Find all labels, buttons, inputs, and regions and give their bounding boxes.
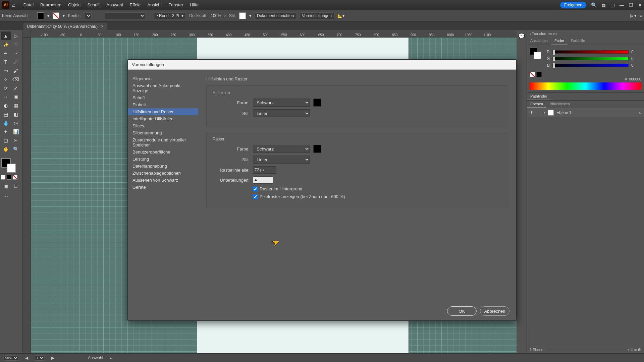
slice-tool[interactable]: ✂: [11, 136, 21, 145]
share-button[interactable]: Freigeben: [560, 2, 586, 8]
ruler-origin[interactable]: [23, 30, 31, 38]
rectangle-tool[interactable]: ▭: [1, 66, 11, 75]
cat-general[interactable]: Allgemein: [128, 75, 198, 82]
status-more-icon[interactable]: ▸: [110, 356, 112, 360]
cat-plugins[interactable]: Zusatzmodule und virtueller Speicher: [128, 136, 198, 148]
menu-effect[interactable]: Effekt: [129, 2, 141, 7]
style-swatch[interactable]: [239, 12, 246, 19]
new-layer-icon[interactable]: ⊞: [634, 348, 637, 352]
comment-icon[interactable]: 💬: [518, 33, 525, 39]
workspace-icon[interactable]: ▦: [601, 2, 606, 8]
window-close-icon[interactable]: ✕: [638, 2, 642, 8]
home-icon[interactable]: ⌂: [12, 2, 15, 8]
target-icon[interactable]: ○: [639, 110, 641, 115]
collapse-icon[interactable]: ≡: [640, 13, 642, 18]
r-value[interactable]: 0: [631, 50, 641, 54]
tab-align[interactable]: Ausrichten: [527, 37, 551, 45]
width-tool[interactable]: ↔: [1, 93, 11, 101]
cat-filehandling[interactable]: Dateihandhabung: [128, 163, 198, 170]
cat-black[interactable]: Aussehen von Schwarz: [128, 177, 198, 184]
mesh-tool[interactable]: ▤: [1, 110, 11, 119]
fill-stroke-indicator[interactable]: [1, 158, 21, 174]
align-icon[interactable]: 📐▾: [337, 13, 344, 18]
g-value[interactable]: 0: [631, 56, 641, 61]
menu-type[interactable]: Schrift: [88, 2, 100, 7]
stroke-box[interactable]: [7, 164, 16, 173]
grid-behind-checkbox[interactable]: Raster im Hintergrund: [253, 186, 302, 191]
cat-hyphenation[interactable]: Silbentrennung: [128, 129, 198, 136]
cat-type[interactable]: Schrift: [128, 94, 198, 101]
fill-swatch[interactable]: [37, 12, 44, 19]
cat-guides-grid[interactable]: Hilfslinien und Raster: [128, 108, 198, 115]
eyedropper-tool[interactable]: 💧: [1, 119, 11, 127]
screen-mode-full-icon[interactable]: □: [11, 182, 21, 190]
none-color-icon[interactable]: [530, 72, 535, 77]
window-restore-icon[interactable]: ❐: [629, 2, 633, 8]
selection-tool[interactable]: ▲: [1, 32, 11, 40]
menu-select[interactable]: Auswahl: [106, 2, 123, 7]
vertical-ruler[interactable]: [23, 38, 31, 353]
zoom-tool[interactable]: 🔍: [11, 145, 21, 154]
cancel-button[interactable]: Abbrechen: [480, 306, 509, 316]
scale-tool[interactable]: ⤢: [11, 84, 21, 93]
cat-slices[interactable]: Slices: [128, 122, 198, 129]
document-setup-button[interactable]: Dokument einrichten: [255, 12, 296, 19]
artboard-tool[interactable]: ▢: [1, 136, 11, 145]
menu-view[interactable]: Ansicht: [148, 2, 162, 7]
tab-libraries[interactable]: Bibliotheken: [546, 101, 573, 108]
pixel-grid-checkbox[interactable]: Pixelraster anzeigen (bei Zoom über 600 …: [253, 194, 345, 199]
b-value[interactable]: 0: [631, 63, 641, 68]
edit-toolbar-icon[interactable]: ⋯: [1, 192, 11, 201]
grid-color-select[interactable]: Schwarz: [253, 145, 310, 153]
panel-toggle-icon[interactable]: |≡ ▾: [630, 13, 636, 18]
lasso-tool[interactable]: ➰: [11, 40, 21, 49]
symbol-tool[interactable]: ✦: [1, 127, 11, 136]
gradient-mode-icon[interactable]: [7, 175, 11, 180]
hex-value[interactable]: 000000: [629, 77, 641, 81]
guides-color-select[interactable]: Schwarz: [253, 99, 310, 107]
nav-next-icon[interactable]: ▶: [51, 356, 54, 360]
opacity-more-icon[interactable]: ›: [224, 13, 226, 18]
preferences-button[interactable]: Voreinstellungen: [300, 12, 334, 19]
cat-devices[interactable]: Geräte: [128, 184, 198, 191]
color-mode-icon[interactable]: [1, 175, 5, 180]
layer-name[interactable]: Ebene 1: [556, 110, 572, 115]
rotate-tool[interactable]: ⟳: [1, 84, 11, 93]
direct-selection-tool[interactable]: ▷: [11, 32, 21, 40]
stroke-weight-select[interactable]: [84, 12, 92, 19]
window-minimize-icon[interactable]: —: [620, 2, 624, 8]
delete-layer-icon[interactable]: 🗑: [638, 348, 641, 352]
cat-clipboard[interactable]: Zwischenablageoptionen: [128, 170, 198, 177]
screen-mode-normal-icon[interactable]: ▣: [1, 182, 11, 190]
fill-dropdown-icon[interactable]: ▾: [47, 13, 49, 18]
menu-file[interactable]: Datei: [23, 2, 34, 7]
tab-layers[interactable]: Ebenen: [527, 101, 546, 108]
graph-tool[interactable]: 📊: [11, 127, 21, 136]
grid-style-select[interactable]: Linien: [253, 156, 310, 164]
document-tab[interactable]: Unbenannt-1* @ 50 % (RGB/Vorschau) ×: [23, 23, 107, 30]
opacity-value[interactable]: 100%: [211, 13, 221, 18]
menu-object[interactable]: Objekt: [68, 2, 81, 7]
locate-layer-icon[interactable]: ⌖: [628, 348, 630, 352]
curvature-tool[interactable]: 〰: [11, 49, 21, 58]
stroke-profile-select[interactable]: • Rund - 3 Pt. ▾: [154, 12, 186, 19]
layer-row[interactable]: 👁 › Ebene 1 ○: [527, 108, 644, 117]
paintbrush-tool[interactable]: 🖌: [11, 66, 21, 75]
tab-pathfinder[interactable]: Pathfinder: [527, 93, 550, 100]
artboard-nav-select[interactable]: 1: [35, 355, 45, 361]
color-fillstroke-icon[interactable]: [530, 48, 542, 60]
b-slider[interactable]: [552, 64, 629, 67]
cat-performance[interactable]: Leistung: [128, 156, 198, 163]
perspective-tool[interactable]: ▦: [11, 101, 21, 110]
guides-color-swatch[interactable]: [313, 99, 321, 107]
nav-prev-icon[interactable]: ◀: [25, 356, 28, 360]
pen-tool[interactable]: ✒: [1, 49, 11, 58]
search-icon[interactable]: 🔍: [591, 2, 597, 8]
arrange-icon[interactable]: ▢: [610, 2, 615, 8]
cat-smart-guides[interactable]: Intelligente Hilfslinien: [128, 115, 198, 122]
guides-style-select[interactable]: Linien: [253, 109, 310, 117]
none-mode-icon[interactable]: [13, 175, 17, 180]
line-tool[interactable]: ／: [11, 58, 21, 66]
cat-ui[interactable]: Benutzeroberfläche: [128, 148, 198, 156]
horizontal-ruler[interactable]: -100 -50 0 50 100 150 200 250 300 350 40…: [31, 30, 517, 38]
